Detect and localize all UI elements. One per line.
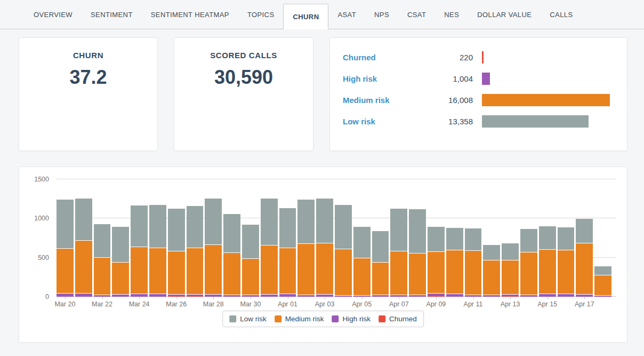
breakdown-label-churned[interactable]: Churned bbox=[343, 53, 405, 62]
bar-segment-low-risk[interactable] bbox=[539, 226, 556, 249]
bar-segment-low-risk[interactable] bbox=[131, 205, 148, 247]
bar-apr-12[interactable] bbox=[483, 244, 500, 297]
bar-segment-medium-risk[interactable] bbox=[297, 243, 315, 295]
legend-item-high-risk[interactable]: High risk bbox=[332, 315, 371, 323]
bar-segment-low-risk[interactable] bbox=[168, 208, 185, 251]
bar-segment-low-risk[interactable] bbox=[316, 198, 333, 243]
bar-segment-high-risk[interactable] bbox=[409, 295, 426, 297]
bar-segment-low-risk[interactable] bbox=[372, 231, 389, 263]
bar-apr-09[interactable] bbox=[428, 226, 445, 297]
breakdown-label-high-risk[interactable]: High risk bbox=[343, 74, 405, 83]
bar-segment-low-risk[interactable] bbox=[558, 227, 575, 250]
bar-apr-13[interactable] bbox=[502, 243, 519, 297]
bar-segment-medium-risk[interactable] bbox=[372, 262, 389, 295]
bar-segment-medium-risk[interactable] bbox=[483, 260, 500, 295]
bar-apr-15[interactable] bbox=[539, 226, 556, 297]
bar-segment-medium-risk[interactable] bbox=[353, 258, 371, 295]
bar-segment-medium-risk[interactable] bbox=[75, 240, 92, 293]
bar-segment-low-risk[interactable] bbox=[390, 208, 407, 251]
bar-apr-04[interactable] bbox=[335, 204, 352, 297]
bar-segment-high-risk[interactable] bbox=[594, 295, 611, 297]
bar-segment-low-risk[interactable] bbox=[483, 244, 500, 260]
bar-segment-high-risk[interactable] bbox=[520, 295, 537, 297]
bar-segment-low-risk[interactable] bbox=[465, 228, 482, 250]
bar-mar-28[interactable] bbox=[205, 198, 222, 297]
bar-segment-medium-risk[interactable] bbox=[316, 243, 333, 294]
bar-segment-medium-risk[interactable] bbox=[112, 262, 129, 294]
bar-segment-high-risk[interactable] bbox=[57, 293, 74, 297]
bar-segment-low-risk[interactable] bbox=[94, 224, 111, 257]
legend-item-low-risk[interactable]: Low risk bbox=[229, 315, 267, 323]
bar-segment-low-risk[interactable] bbox=[409, 209, 426, 253]
tab-overview[interactable]: OVERVIEW bbox=[25, 0, 82, 29]
bar-segment-high-risk[interactable] bbox=[372, 295, 389, 297]
bar-segment-high-risk[interactable] bbox=[168, 294, 185, 296]
tab-churn[interactable]: CHURN bbox=[283, 4, 328, 29]
bar-segment-low-risk[interactable] bbox=[112, 226, 129, 262]
bar-mar-23[interactable] bbox=[112, 226, 129, 297]
tab-nps[interactable]: NPS bbox=[365, 0, 398, 29]
bar-segment-medium-risk[interactable] bbox=[558, 250, 575, 294]
bar-segment-medium-risk[interactable] bbox=[168, 251, 185, 294]
bar-segment-high-risk[interactable] bbox=[446, 294, 463, 297]
bar-segment-low-risk[interactable] bbox=[279, 208, 296, 248]
bar-segment-low-risk[interactable] bbox=[335, 204, 352, 248]
bar-segment-high-risk[interactable] bbox=[335, 295, 352, 297]
bar-segment-medium-risk[interactable] bbox=[149, 248, 166, 294]
bar-apr-07[interactable] bbox=[390, 208, 407, 297]
tab-dollar-value[interactable]: DOLLAR VALUE bbox=[468, 0, 541, 29]
bar-segment-high-risk[interactable] bbox=[428, 293, 445, 296]
bar-segment-medium-risk[interactable] bbox=[539, 249, 556, 294]
bar-apr-11[interactable] bbox=[465, 228, 482, 297]
bar-segment-high-risk[interactable] bbox=[502, 294, 519, 296]
bar-segment-high-risk[interactable] bbox=[261, 294, 278, 297]
tab-nes[interactable]: NES bbox=[435, 0, 468, 29]
breakdown-label-low-risk[interactable]: Low risk bbox=[343, 117, 405, 126]
bar-segment-medium-risk[interactable] bbox=[279, 248, 296, 294]
bar-segment-medium-risk[interactable] bbox=[223, 252, 240, 295]
bar-mar-30[interactable] bbox=[242, 224, 259, 297]
tab-sentiment[interactable]: SENTIMENT bbox=[82, 0, 142, 29]
bar-segment-low-risk[interactable] bbox=[223, 213, 240, 252]
bar-segment-low-risk[interactable] bbox=[261, 198, 278, 245]
bar-segment-low-risk[interactable] bbox=[57, 199, 74, 248]
tab-sentiment-heatmap[interactable]: SENTIMENT HEATMAP bbox=[142, 0, 238, 29]
bar-segment-medium-risk[interactable] bbox=[261, 245, 278, 294]
bar-segment-churned[interactable] bbox=[187, 296, 204, 297]
bar-segment-medium-risk[interactable] bbox=[57, 248, 74, 294]
bar-segment-low-risk[interactable] bbox=[353, 226, 371, 258]
bar-segment-low-risk[interactable] bbox=[502, 243, 519, 260]
bar-segment-low-risk[interactable] bbox=[576, 218, 593, 243]
bar-segment-high-risk[interactable] bbox=[187, 294, 204, 296]
bar-mar-21[interactable] bbox=[75, 198, 92, 297]
bar-segment-low-risk[interactable] bbox=[520, 228, 537, 252]
bar-apr-01[interactable] bbox=[279, 208, 296, 297]
bar-segment-high-risk[interactable] bbox=[149, 294, 166, 297]
bar-mar-26[interactable] bbox=[168, 208, 185, 297]
bar-apr-02[interactable] bbox=[297, 199, 315, 297]
bar-apr-06[interactable] bbox=[372, 230, 389, 297]
bar-segment-medium-risk[interactable] bbox=[520, 252, 537, 295]
tab-calls[interactable]: CALLS bbox=[541, 0, 582, 29]
bar-segment-medium-risk[interactable] bbox=[205, 244, 222, 294]
bar-segment-medium-risk[interactable] bbox=[594, 275, 611, 295]
bar-segment-medium-risk[interactable] bbox=[187, 248, 204, 294]
bar-segment-low-risk[interactable] bbox=[242, 224, 259, 258]
bar-segment-high-risk[interactable] bbox=[558, 294, 575, 297]
bar-apr-05[interactable] bbox=[353, 226, 371, 297]
bar-segment-low-risk[interactable] bbox=[75, 198, 92, 240]
tab-asat[interactable]: ASAT bbox=[328, 0, 365, 29]
bar-segment-high-risk[interactable] bbox=[297, 295, 315, 297]
bar-segment-medium-risk[interactable] bbox=[428, 251, 445, 293]
bar-segment-low-risk[interactable] bbox=[446, 227, 463, 250]
bar-segment-medium-risk[interactable] bbox=[390, 251, 407, 295]
legend-item-churned[interactable]: Churned bbox=[379, 315, 417, 323]
bar-segment-medium-risk[interactable] bbox=[502, 260, 519, 294]
bar-segment-high-risk[interactable] bbox=[75, 293, 92, 297]
bar-segment-medium-risk[interactable] bbox=[409, 253, 426, 295]
bar-apr-18[interactable] bbox=[594, 266, 611, 297]
bar-mar-31[interactable] bbox=[261, 198, 278, 297]
bar-segment-medium-risk[interactable] bbox=[576, 243, 593, 294]
tab-csat[interactable]: CSAT bbox=[398, 0, 435, 29]
bar-apr-14[interactable] bbox=[520, 228, 537, 297]
